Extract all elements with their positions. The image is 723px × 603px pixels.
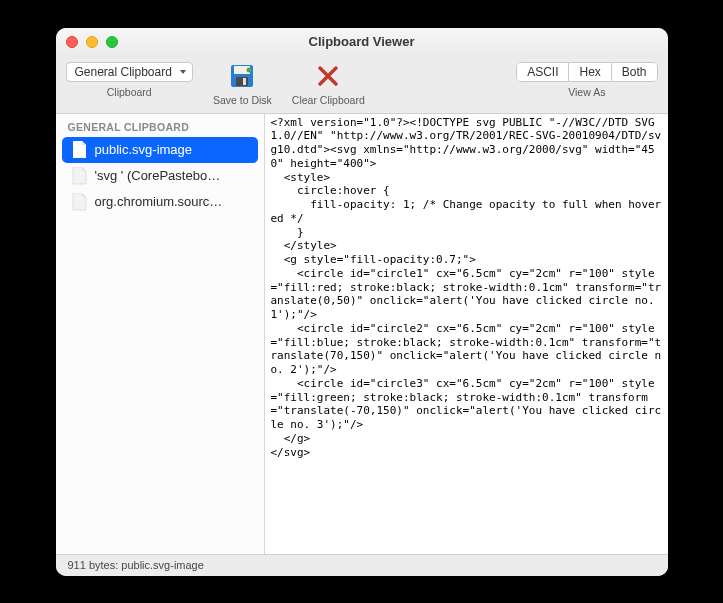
view-ascii-button[interactable]: ASCII (517, 63, 569, 81)
sidebar-item-svg-corepasteboard[interactable]: 'svg ' (CorePastebo… (62, 163, 258, 189)
sidebar-item-label: org.chromium.sourc… (95, 194, 223, 209)
view-as-group: ASCII Hex Both View As (516, 62, 657, 98)
titlebar: Clipboard Viewer (56, 28, 668, 56)
close-icon[interactable] (66, 36, 78, 48)
view-both-button[interactable]: Both (612, 63, 657, 81)
file-icon (72, 141, 87, 159)
clipboard-group-label: Clipboard (107, 86, 152, 98)
content-area: GENERAL CLIPBOARD public.svg-image 'svg … (56, 114, 668, 554)
svg-rect-2 (236, 77, 248, 86)
clipboard-dropdown[interactable]: General Clipboard (66, 62, 193, 82)
view-as-segmented: ASCII Hex Both (516, 62, 657, 82)
clear-clipboard-group: Clear Clipboard (292, 62, 365, 106)
save-label: Save to Disk (213, 94, 272, 106)
app-window: Clipboard Viewer General Clipboard Clipb… (56, 28, 668, 576)
file-icon (72, 193, 87, 211)
sidebar-item-label: public.svg-image (95, 142, 193, 157)
content-viewer[interactable]: <?xml version="1.0"?><!DOCTYPE svg PUBLI… (265, 114, 668, 554)
sidebar-item-label: 'svg ' (CorePastebo… (95, 168, 221, 183)
view-as-label: View As (568, 86, 605, 98)
floppy-disk-icon (229, 63, 255, 89)
window-title: Clipboard Viewer (56, 34, 668, 49)
clear-label: Clear Clipboard (292, 94, 365, 106)
sidebar: GENERAL CLIPBOARD public.svg-image 'svg … (56, 114, 265, 554)
minimize-icon[interactable] (86, 36, 98, 48)
clear-button[interactable] (314, 62, 342, 90)
sidebar-section-header: GENERAL CLIPBOARD (56, 117, 264, 137)
sidebar-item-org-chromium-source[interactable]: org.chromium.sourc… (62, 189, 258, 215)
file-icon (72, 167, 87, 185)
statusbar: 911 bytes: public.svg-image (56, 554, 668, 576)
maximize-icon[interactable] (106, 36, 118, 48)
save-button[interactable] (228, 62, 256, 90)
save-to-disk-group: Save to Disk (213, 62, 272, 106)
sidebar-item-public-svg-image[interactable]: public.svg-image (62, 137, 258, 163)
traffic-lights (66, 36, 118, 48)
svg-rect-3 (243, 78, 246, 85)
clipboard-selector-group: General Clipboard Clipboard (66, 62, 193, 98)
status-text: 911 bytes: public.svg-image (68, 559, 204, 571)
x-icon (316, 64, 340, 88)
clipboard-dropdown-label: General Clipboard (75, 65, 172, 79)
view-hex-button[interactable]: Hex (569, 63, 611, 81)
svg-point-4 (247, 67, 252, 72)
toolbar: General Clipboard Clipboard Save to Disk (56, 56, 668, 114)
